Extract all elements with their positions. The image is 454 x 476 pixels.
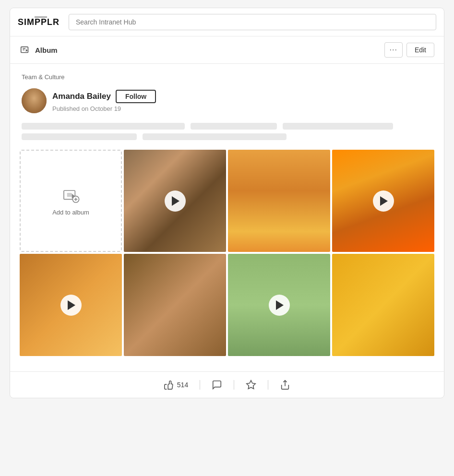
play-icon (380, 196, 388, 206)
album-icon (20, 45, 30, 55)
comment-action[interactable] (212, 380, 222, 390)
avatar-image (22, 88, 47, 113)
star-icon (246, 380, 256, 390)
play-button[interactable] (269, 295, 290, 316)
skeleton-row-2 (22, 133, 432, 140)
toolbar-right: ··· Edit (384, 42, 434, 58)
app-container: SIMPPLR Album ··· Edit Team & Culture (10, 8, 444, 398)
svg-rect-3 (67, 193, 72, 197)
album-label: Album (35, 46, 58, 54)
add-to-album-label: Add to album (52, 209, 89, 216)
play-button[interactable] (373, 190, 394, 212)
play-icon (68, 300, 75, 310)
skeleton-bar (22, 123, 185, 130)
divider-1 (200, 380, 200, 390)
author-row: Amanda Bailey Follow Published on Octobe… (22, 88, 432, 113)
play-icon (276, 300, 284, 310)
add-to-album-icon (61, 186, 81, 205)
play-button[interactable] (60, 295, 82, 316)
skeleton-bar (143, 133, 287, 140)
comment-icon (212, 380, 222, 390)
header: SIMPPLR (10, 8, 444, 36)
like-count: 514 (177, 381, 188, 389)
action-bar: 514 (10, 371, 444, 398)
logo: SIMPPLR (18, 17, 61, 27)
like-action[interactable]: 514 (164, 380, 188, 390)
play-button[interactable] (165, 190, 186, 212)
follow-button[interactable]: Follow (116, 90, 156, 103)
author-name: Amanda Bailey (52, 92, 111, 101)
photo-cell[interactable] (124, 150, 226, 252)
divider-2 (234, 380, 234, 390)
author-name-row: Amanda Bailey Follow (52, 90, 156, 103)
photo-cell[interactable] (124, 254, 226, 356)
photo-cell[interactable] (20, 254, 122, 356)
svg-marker-8 (247, 381, 255, 389)
play-icon (172, 196, 179, 206)
divider-3 (268, 380, 268, 390)
photo-cell[interactable] (228, 150, 330, 252)
more-options-button[interactable]: ··· (384, 42, 403, 58)
album-toolbar: Album ··· Edit (10, 36, 444, 64)
skeleton-bar (283, 123, 393, 130)
photo-cell[interactable] (332, 150, 434, 252)
add-to-album-cell[interactable]: Add to album (20, 150, 122, 252)
thumbs-up-icon (164, 380, 174, 390)
publish-date: Published on October 19 (52, 105, 156, 112)
skeleton-bar (191, 123, 277, 130)
skeleton-bar (22, 133, 137, 140)
main-content: Team & Culture Amanda Bailey Follow Publ… (10, 64, 444, 366)
photo-cell[interactable] (228, 254, 330, 356)
search-input[interactable] (69, 14, 436, 30)
author-info: Amanda Bailey Follow Published on Octobe… (52, 90, 156, 112)
logo-overline: PP (35, 17, 47, 27)
svg-marker-1 (26, 49, 28, 52)
star-action[interactable] (246, 380, 256, 390)
skeleton-area (22, 123, 432, 140)
share-icon (280, 380, 290, 390)
album-title-area: Album (20, 45, 58, 55)
share-action[interactable] (280, 380, 290, 390)
category-label: Team & Culture (22, 73, 432, 81)
photo-cell[interactable] (332, 254, 434, 356)
avatar (22, 88, 47, 113)
photo-grid: Add to album (20, 150, 434, 356)
edit-button[interactable]: Edit (406, 43, 434, 57)
skeleton-row-1 (22, 123, 432, 130)
